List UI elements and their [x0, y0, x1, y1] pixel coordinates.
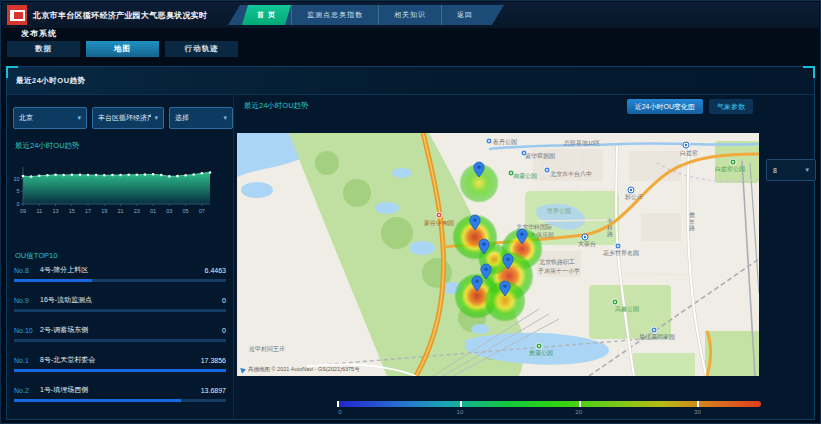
top-item-rank: No.10: [14, 327, 40, 334]
trend-point: [119, 174, 122, 177]
top-item-bar-track: [14, 339, 226, 342]
trend-point: [22, 175, 25, 178]
legend-tick-label: 0: [338, 409, 341, 415]
svg-text:03: 03: [166, 208, 172, 214]
trend-point: [136, 174, 139, 177]
chevron-down-icon: ▾: [77, 114, 81, 122]
legend-tick: [337, 401, 339, 407]
poi-blue-icon: [651, 327, 657, 333]
top-item-bar-track: [14, 399, 226, 402]
svg-text:19: 19: [101, 208, 107, 214]
svg-text:0: 0: [16, 201, 19, 207]
map-label: 世界公园: [547, 208, 571, 215]
top-item[interactable]: No.102号-调蓄场东侧0: [14, 321, 226, 351]
poi-red-icon: [436, 212, 442, 218]
map-label: 看丹公园: [492, 138, 517, 146]
trend-point: [38, 175, 41, 178]
park-select[interactable]: 丰台区循环经济产 ▾: [92, 107, 164, 129]
svg-text:21: 21: [118, 208, 124, 214]
ou-change-map-button[interactable]: 近24小时OU变化图: [627, 99, 703, 114]
map-label: 樊康公园: [529, 349, 553, 357]
svg-text:17: 17: [85, 208, 91, 214]
map-label: 高鑫公园: [615, 305, 639, 313]
ou-top-list: No.84号-筛分上料区6.4463 No.916号-流动监测点0 No.102…: [14, 261, 226, 411]
top-item-bar-track: [14, 309, 226, 312]
svg-text:15: 15: [69, 208, 75, 214]
trend-point: [192, 173, 195, 176]
map-label: 郭公庄: [624, 193, 643, 201]
top-item-name: 1号-填埋场西侧: [40, 385, 201, 395]
trend-point: [201, 172, 204, 175]
autonavi-logo-icon: [240, 366, 247, 373]
trend-point: [144, 173, 147, 176]
top-item-bar-track: [14, 369, 226, 372]
svg-text:09: 09: [20, 208, 26, 214]
main-nav: 首 页 监测点恶臭指数 相关知识 返回: [228, 5, 504, 25]
map-label: 晨佳康同家园: [639, 333, 675, 341]
map-area: 最近24小时OU趋势 近24小时OU变化图 气象参数: [237, 95, 814, 419]
trend-point: [62, 174, 65, 177]
heat-legend: 0102030: [337, 401, 761, 417]
poi-blue-icon: [486, 138, 492, 144]
trend-point: [152, 173, 155, 176]
trend-point: [127, 174, 130, 177]
ou-top-title: OU值TOP10: [15, 251, 57, 261]
legend-tick-label: 30: [694, 409, 701, 415]
nav-tab-knowledge[interactable]: 相关知识: [378, 5, 441, 25]
city-select-value: 北京: [19, 113, 33, 123]
chevron-down-icon: ▾: [154, 114, 158, 122]
map-label: 大葆台: [578, 240, 596, 248]
trend-point: [79, 174, 82, 177]
main-panel: 最近24小时OU趋势 北京 ▾ 丰台区循环经济产 ▾ 选择 ▾ 最近24小时OU…: [6, 66, 815, 420]
nav-tab-home[interactable]: 首 页: [242, 5, 291, 25]
poi-blue-icon: [544, 167, 550, 173]
trend-point: [46, 174, 49, 177]
tab-map[interactable]: 地图: [86, 41, 159, 57]
svg-text:11: 11: [36, 208, 42, 214]
top-item-value: 0: [222, 297, 226, 304]
hour-select[interactable]: 8 ▾: [766, 159, 816, 181]
map[interactable]: 总部基地10区看丹公园紫华双拥园御康公园北京市丰台八中郭公庄世界公园大葆台白盆窑…: [237, 133, 759, 376]
tab-track[interactable]: 行动轨迹: [165, 41, 238, 57]
top-item-value: 6.4463: [205, 267, 226, 274]
top-item[interactable]: No.84号-筛分上料区6.4463: [14, 261, 226, 291]
panel-header: 最近24小时OU趋势: [7, 67, 814, 95]
trend-point: [30, 175, 33, 178]
app-logo-icon: [7, 5, 27, 25]
trend-point: [209, 171, 212, 174]
app-header: 北京市丰台区循环经济产业园大气恶臭状况实时 首 页 监测点恶臭指数 相关知识 返…: [2, 2, 819, 28]
park-select-value: 丰台区循环经济产: [98, 113, 151, 123]
trend-chart-title: 最近24小时OU趋势: [15, 141, 80, 151]
top-item[interactable]: No.916号-流动监测点0: [14, 291, 226, 321]
top-item-value: 0: [222, 327, 226, 334]
station-select-value: 选择: [175, 113, 189, 123]
svg-text:01: 01: [150, 208, 156, 214]
map-label: 子弟第十一小学: [537, 267, 580, 275]
metro-icon: [683, 142, 689, 148]
top-item-name: 2号-调蓄场东侧: [40, 325, 222, 335]
trend-point: [95, 174, 98, 177]
city-select[interactable]: 北京 ▾: [13, 107, 87, 129]
trend-area-chart: 0510091113151719212301030507: [9, 153, 225, 217]
trend-point: [70, 174, 73, 177]
publish-tabs: 数据 地图 行动轨迹: [7, 41, 238, 57]
top-item[interactable]: No.18号-北天堂村委会17.3856: [14, 351, 226, 381]
map-label: 白盆窑公园: [715, 165, 745, 173]
nav-tab-monitor-index[interactable]: 监测点恶臭指数: [291, 5, 378, 25]
trend-point: [184, 174, 187, 177]
metro-icon: [628, 187, 634, 193]
top-item[interactable]: No.21号-填埋场西侧13.6897: [14, 381, 226, 411]
poi-green-icon: [612, 299, 618, 305]
map-label: 御康公园: [513, 172, 537, 180]
poi-green-icon: [536, 343, 542, 349]
trend-point: [103, 174, 106, 177]
map-panel-title: 最近24小时OU趋势: [244, 101, 309, 111]
map-buttons: 近24小时OU变化图 气象参数: [627, 99, 753, 114]
top-item-name: 8号-北天堂村委会: [40, 355, 201, 365]
nav-tab-back[interactable]: 返回: [441, 5, 488, 25]
station-select[interactable]: 选择 ▾: [169, 107, 233, 129]
weather-params-button[interactable]: 气象参数: [709, 99, 753, 114]
chevron-down-icon: ▾: [223, 114, 227, 122]
tab-data[interactable]: 数据: [7, 41, 80, 57]
map-label: 紫华双拥园: [524, 152, 555, 160]
